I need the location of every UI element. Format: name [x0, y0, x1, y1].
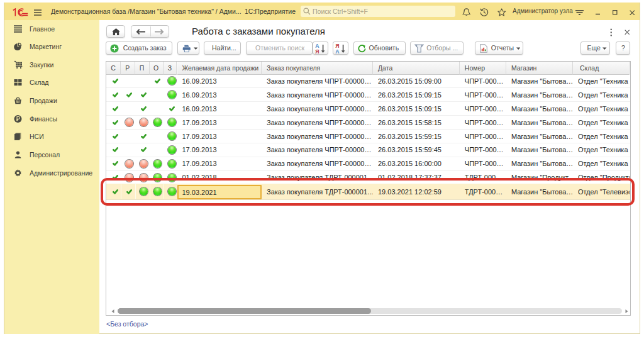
- svg-text:А: А: [335, 48, 340, 53]
- svg-text:Я: Я: [315, 48, 319, 53]
